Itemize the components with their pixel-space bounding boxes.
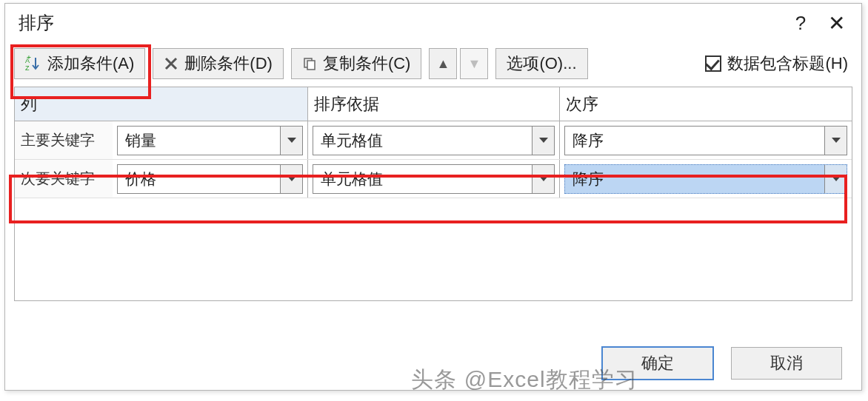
svg-text:+: + [27, 55, 31, 61]
chevron-down-icon [532, 127, 554, 155]
checkbox-icon [705, 55, 721, 72]
column-value: 价格 [118, 169, 280, 189]
sort-on-select[interactable]: 单元格值 [313, 126, 555, 155]
chevron-down-icon [824, 127, 847, 155]
help-button[interactable]: ? [783, 12, 818, 35]
header-sort-on: 排序依据 [308, 87, 560, 121]
order-select[interactable]: 降序 [564, 164, 847, 194]
order-value: 降序 [565, 130, 824, 151]
svg-rect-4 [307, 61, 315, 70]
header-order: 次序 [560, 87, 852, 121]
watermark: 头条 @Excel教程学习 [411, 365, 637, 395]
add-level-button[interactable]: AZ+ 添加条件(A) [14, 48, 145, 79]
move-down-button[interactable]: ▼ [460, 48, 488, 79]
column-value: 销量 [118, 130, 280, 151]
sort-row-primary: 主要关键字 销量 单元格值 降序 [15, 121, 852, 160]
triangle-down-icon: ▼ [468, 56, 481, 72]
row-label: 次要关键字 [15, 160, 113, 198]
row-label: 主要关键字 [15, 121, 113, 159]
grid-blank-area [15, 198, 852, 300]
copy-level-label: 复制条件(C) [323, 53, 411, 75]
chevron-down-icon [280, 165, 302, 193]
add-sort-icon: AZ+ [25, 55, 41, 72]
copy-level-button[interactable]: 复制条件(C) [291, 48, 422, 79]
dialog-footer: 确定 取消 [602, 347, 842, 380]
triangle-up-icon: ▲ [437, 56, 450, 72]
toolbar: AZ+ 添加条件(A) 删除条件(D) 复制条件(C) ▲ ▼ 选项(O)...… [5, 42, 861, 87]
titlebar: 排序 ? ✕ [5, 4, 861, 42]
options-button[interactable]: 选项(O)... [495, 48, 587, 79]
delete-level-label: 删除条件(D) [184, 53, 273, 75]
column-select[interactable]: 价格 [117, 164, 303, 194]
options-label: 选项(O)... [507, 53, 576, 75]
close-button[interactable]: ✕ [818, 11, 854, 36]
add-level-label: 添加条件(A) [47, 53, 134, 75]
chevron-down-icon [532, 165, 554, 193]
sort-row-secondary: 次要关键字 价格 单元格值 降序 [15, 160, 852, 198]
delete-level-button[interactable]: 删除条件(D) [153, 48, 284, 79]
sort-on-value: 单元格值 [313, 169, 532, 189]
chevron-down-icon [824, 165, 847, 193]
sort-dialog: 排序 ? ✕ AZ+ 添加条件(A) 删除条件(D) 复制条件(C) ▲ ▼ [4, 3, 862, 391]
sort-on-value: 单元格值 [313, 130, 532, 151]
column-select[interactable]: 销量 [117, 126, 303, 155]
headers-label: 数据包含标题(H) [727, 53, 848, 75]
sort-grid: 列 排序依据 次序 主要关键字 销量 单元格值 降序 [14, 87, 852, 301]
cancel-button[interactable]: 取消 [731, 347, 842, 380]
dialog-title: 排序 [19, 11, 783, 35]
copy-icon [302, 56, 317, 71]
sort-on-select[interactable]: 单元格值 [313, 164, 555, 194]
svg-text:Z: Z [25, 64, 30, 72]
header-column: 列 [15, 87, 308, 121]
move-up-button[interactable]: ▲ [429, 48, 457, 79]
move-buttons: ▲ ▼ [429, 48, 488, 79]
chevron-down-icon [280, 127, 302, 155]
order-value: 降序 [565, 169, 824, 189]
headers-checkbox[interactable]: 数据包含标题(H) [705, 53, 848, 75]
delete-icon [164, 56, 178, 71]
order-select[interactable]: 降序 [564, 126, 847, 155]
grid-header-row: 列 排序依据 次序 [15, 87, 852, 121]
